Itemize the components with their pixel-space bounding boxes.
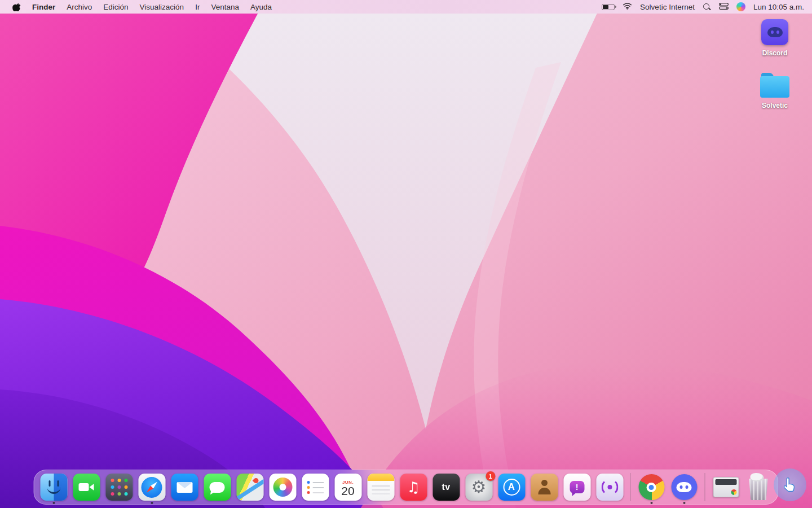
dock-messages-icon[interactable] [204, 470, 231, 505]
discord-logo-icon [767, 27, 783, 37]
control-center-icon[interactable] [719, 3, 729, 11]
hand-pointer-icon [782, 476, 798, 493]
dock-maps-icon[interactable] [236, 470, 264, 505]
dock-feedback-icon[interactable]: ! [563, 470, 591, 505]
dock-separator [630, 473, 631, 501]
person-silhouette-icon [536, 479, 553, 496]
dock: JUN.20♫tv⚙1A! [34, 470, 779, 505]
dock-tv-icon[interactable]: tv [433, 470, 460, 505]
appstore-a-icon: A [503, 479, 520, 496]
dock-mail-icon[interactable] [171, 470, 198, 505]
dock-contacts-icon[interactable] [531, 470, 558, 505]
menu-bar-clock[interactable]: Lun 10:05 a.m. [753, 3, 804, 11]
battery-icon[interactable] [602, 4, 615, 10]
discord-drive-icon [761, 19, 788, 45]
menu-bar-status: Solvetic Internet Lun 10:05 a.m. [602, 2, 812, 11]
wifi-icon[interactable] [623, 2, 632, 11]
menu-bar-left: Finder ArchivoEdiciónVisualizaciónIrVent… [0, 3, 277, 11]
calendar-day-label: 20 [341, 485, 354, 497]
dock-launchpad-icon[interactable] [105, 470, 133, 505]
dock-chrome-icon[interactable] [638, 470, 665, 505]
wallpaper-art [0, 0, 812, 508]
dock-safari-icon[interactable] [138, 470, 166, 505]
dock-reminders-icon[interactable] [302, 470, 329, 505]
dock-music-icon[interactable]: ♫ [400, 470, 427, 505]
music-note-icon: ♫ [407, 480, 420, 494]
dock-screenshot-preview[interactable] [712, 470, 740, 505]
menu-item-ventana[interactable]: Ventana [205, 3, 245, 11]
dock-podcasts-icon[interactable] [596, 470, 624, 505]
desktop-icon-label: Solvetic [762, 102, 788, 110]
network-name-label[interactable]: Solvetic Internet [640, 3, 695, 11]
menu-item-ir[interactable]: Ir [189, 3, 205, 11]
notification-badge: 1 [486, 471, 495, 481]
menu-item-edicion[interactable]: Edición [98, 3, 134, 11]
podcasts-antenna-icon [601, 479, 618, 496]
running-indicator [52, 502, 55, 504]
feedback-bubble-icon: ! [570, 481, 584, 493]
menu-bar: Finder ArchivoEdiciónVisualizaciónIrVent… [0, 0, 812, 14]
folder-icon [760, 76, 789, 98]
dock-trash-icon[interactable] [745, 470, 773, 505]
menu-item-visualizacion[interactable]: Visualización [134, 3, 190, 11]
desktop-icon-solvetic-folder[interactable]: Solvetic [748, 73, 802, 110]
macos-desktop: Finder ArchivoEdiciónVisualizaciónIrVent… [0, 0, 812, 508]
menu-item-ayuda[interactable]: Ayuda [245, 3, 277, 11]
menu-items: ArchivoEdiciónVisualizaciónIrVentanaAyud… [61, 3, 277, 11]
desktop-wallpaper [0, 0, 812, 508]
running-indicator [650, 502, 652, 504]
dock-photos-icon[interactable] [269, 470, 297, 505]
dock-notes-icon[interactable] [367, 470, 395, 505]
running-indicator [683, 502, 685, 504]
tv-logo-text: tv [442, 482, 450, 492]
apple-menu-icon[interactable] [7, 3, 27, 11]
dock-settings-icon[interactable]: ⚙1 [465, 470, 493, 505]
presenter-cursor-overlay [774, 468, 806, 501]
dock-appstore-icon[interactable]: A [498, 470, 526, 505]
running-indicator [151, 502, 153, 504]
dock-discord-icon[interactable] [670, 470, 698, 505]
dock-finder-icon[interactable] [40, 470, 68, 505]
desktop-icon-label: Discord [762, 49, 788, 57]
desktop-icon-discord[interactable]: Discord [748, 19, 802, 57]
gear-icon: ⚙ [471, 479, 487, 496]
desktop-icon-area: Discord Solvetic [748, 19, 802, 110]
spotlight-search-icon[interactable] [703, 3, 711, 11]
dock-calendar-icon[interactable]: JUN.20 [334, 470, 362, 505]
user-app-status-icon[interactable] [736, 2, 745, 11]
app-menu-finder[interactable]: Finder [27, 3, 61, 11]
dock-facetime-icon[interactable] [73, 470, 100, 505]
dock-separator [705, 473, 705, 501]
menu-item-archivo[interactable]: Archivo [61, 3, 98, 11]
